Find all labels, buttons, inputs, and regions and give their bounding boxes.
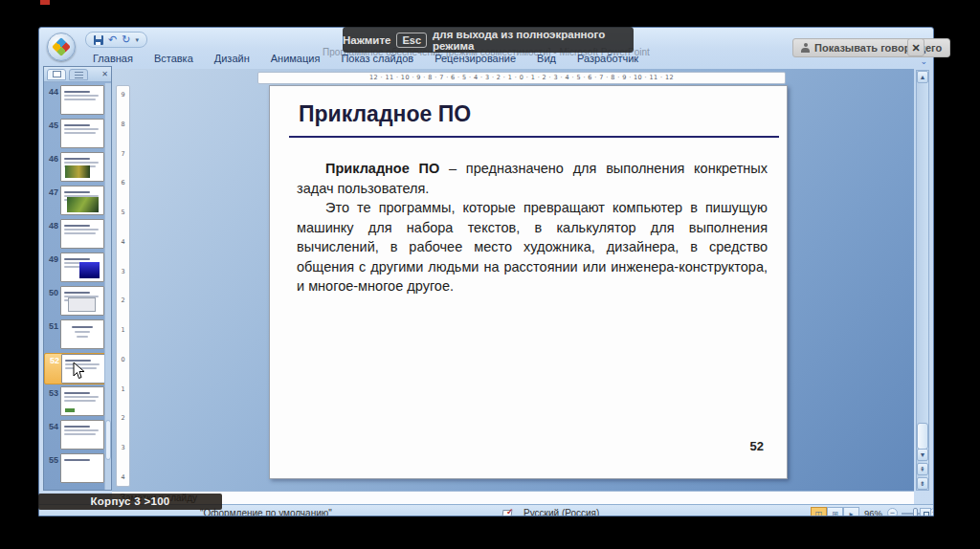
thumbnail-number: 47 [46,186,58,197]
previous-slide-icon[interactable]: ⇞ [917,463,928,475]
slide-thumbnail-51[interactable]: 51 [46,319,105,351]
slide-thumbnail-44[interactable]: 44 [46,85,105,117]
thumbnail-preview [60,453,104,483]
tab-8[interactable]: Разработчик [568,51,648,69]
notification-suffix: для выхода из полноэкранного режима [433,29,634,52]
thumbnail-preview [60,253,104,282]
thumbnail-preview [60,386,104,416]
thumbnail-number: 44 [46,85,58,97]
tab-4[interactable]: Анимация [261,51,330,69]
scroll-up-icon[interactable]: ▲ [917,71,928,83]
slide-thumbnail-55[interactable]: 55 [46,453,105,485]
slides-panel-header: ✕ [44,67,111,82]
mouse-cursor [73,362,85,380]
slide-body-text[interactable]: Прикладное ПО – предназначено для выполн… [297,159,768,296]
panel-scrollbar[interactable] [104,83,111,490]
title-underline [289,136,779,138]
tab-6[interactable]: Рецензирование [425,51,525,69]
tab-2[interactable]: Вставка [145,51,203,69]
thumbnail-preview [60,119,104,148]
thumbnail-number: 53 [46,386,58,398]
slide-number: 52 [750,439,764,453]
tab-slides-icon[interactable] [47,69,66,80]
main-scrollbar[interactable]: ▲ ▼ ⇞ ⇟ [916,70,929,491]
horizontal-ruler: 12 · 11 · 10 · 9 · 8 · 7 · 6 · 5 · 4 · 3… [257,72,786,84]
thumbnail-number: 52 [47,354,59,365]
red-indicator [40,0,50,5]
show-speaker-button[interactable]: Показывать говорящего [792,38,950,57]
quick-access-toolbar: ↶ ↻ ▾ [85,32,147,48]
zoom-slider-thumb[interactable] [913,508,918,516]
notes-pane[interactable]: Заметки к слайду [112,491,914,504]
thumbnail-number: 51 [46,319,58,331]
zoom-level[interactable]: 96% [864,508,882,516]
status-language[interactable]: Русский (Россия) [523,508,599,516]
slide-title[interactable]: Прикладное ПО [299,101,471,127]
zoom-out-icon[interactable]: − [887,508,898,516]
notification-prefix: Нажмите [343,34,390,46]
panel-close-icon[interactable]: ✕ [101,71,108,78]
slide-thumbnail-47[interactable]: 47 [46,186,105,217]
thumbnail-preview [60,420,104,450]
slide-thumbnail-50[interactable]: 50 [46,286,105,318]
view-buttons: ◫ ⊞ ▸ [811,507,859,516]
panel-scrollbar-thumb[interactable] [105,420,111,460]
slide-thumbnail-54[interactable]: 54 [46,420,105,451]
next-slide-icon[interactable]: ⇟ [917,477,928,490]
thumbnail-preview [60,152,104,182]
person-icon [801,43,810,53]
thumbnail-preview [60,85,104,115]
slide-thumbnail-48[interactable]: 48 [46,219,105,251]
thumbnail-preview [60,186,104,215]
thumbnail-preview [60,286,104,316]
normal-view-icon[interactable]: ◫ [811,507,827,516]
thumbnail-number: 45 [46,119,58,130]
tab-1[interactable]: Главная [83,51,143,69]
spellcheck-icon[interactable]: ✓ [502,508,514,516]
slide-thumbnail-49[interactable]: 49 [46,253,105,284]
thumbnail-number: 46 [46,152,58,164]
scroll-down-icon[interactable]: ▼ [917,449,928,461]
fit-to-window-icon[interactable] [920,508,931,516]
tab-5[interactable]: Показ слайдов [331,51,423,69]
scrollbar-thumb[interactable] [917,423,928,450]
thumbnail-number: 55 [46,453,58,465]
tab-outline-icon[interactable] [69,69,88,80]
slides-panel: ✕ 444546474849505152535455 [43,66,112,491]
slide-thumbnail-46[interactable]: 46 [46,152,105,184]
fullscreen-notification: Нажмите Esc для выхода из полноэкранного… [343,27,634,53]
paragraph-2: Это те программы, которые превращают ком… [297,198,768,296]
ribbon-tabs: ГлавнаяВставкаДизайнАнимацияПоказ слайдо… [83,51,648,69]
tab-7[interactable]: Вид [527,51,566,69]
slide-sorter-icon[interactable]: ⊞ [827,507,843,516]
undo-icon[interactable]: ↶ [108,34,117,45]
esc-key: Esc [396,33,427,48]
thumbnail-number: 48 [46,219,58,231]
thumbnail-number: 50 [46,286,58,297]
slide-thumbnail-53[interactable]: 53 [46,386,105,418]
thumbnail-preview [60,319,104,349]
qat-dropdown-icon[interactable]: ▾ [135,36,139,44]
slide-thumbnail-45[interactable]: 45 [46,119,105,150]
save-icon[interactable] [94,35,103,45]
paragraph-1: Прикладное ПО – предназначено для выполн… [297,159,768,198]
overlay-close-button[interactable]: ✕ [907,38,924,56]
corpus-badge: Корпус 3 >100 [38,494,222,510]
redo-icon[interactable]: ↻ [122,34,130,45]
office-button[interactable] [47,33,76,61]
vertical-ruler: 98765432101234 [116,85,130,487]
powerpoint-window: Программное обеспечение [режим совместим… [38,27,934,516]
thumbnail-number: 49 [46,253,58,264]
slide-editor[interactable]: Прикладное ПО Прикладное ПО – предназнач… [269,85,788,479]
thumbnail-number: 54 [46,420,58,431]
tab-3[interactable]: Дизайн [205,51,259,69]
chevron-down-icon[interactable]: ⌄ [920,56,927,66]
thumbnail-preview [60,219,104,249]
slideshow-icon[interactable]: ▸ [843,507,859,516]
office-logo-icon [52,37,71,56]
